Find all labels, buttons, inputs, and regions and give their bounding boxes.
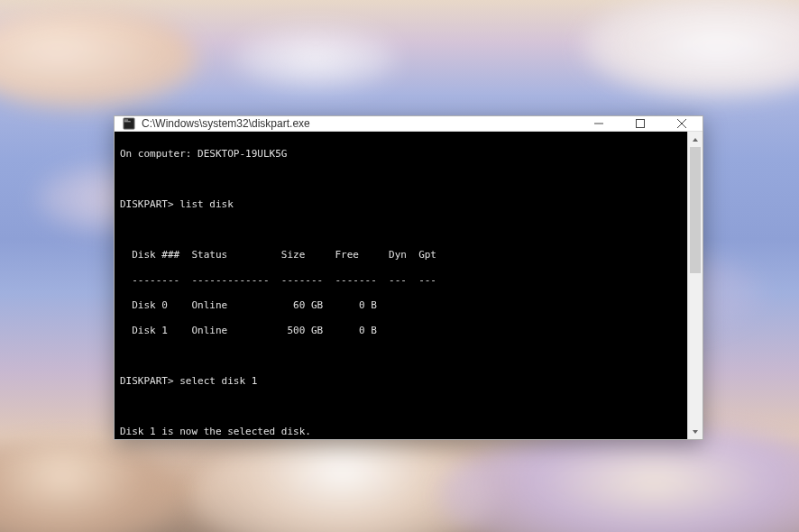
blank-line xyxy=(120,350,682,362)
computer-line: On computer: DESKTOP-19ULK5G xyxy=(120,148,682,161)
app-icon xyxy=(122,116,136,131)
prompt: DISKPART> xyxy=(120,375,174,387)
cloud-decoration xyxy=(438,424,799,532)
prompt-line: DISKPART> list disk xyxy=(120,198,682,211)
window-title: C:\Windows\system32\diskpart.exe xyxy=(142,117,310,130)
blank-line xyxy=(120,173,682,186)
app-window: C:\Windows\system32\diskpart.exe On comp… xyxy=(114,115,703,440)
select-result: Disk 1 is now the selected disk. xyxy=(120,426,682,438)
titlebar[interactable]: C:\Windows\system32\diskpart.exe xyxy=(115,116,703,132)
prompt-line: DISKPART> select disk 1 xyxy=(120,375,682,388)
svg-rect-3 xyxy=(637,120,645,128)
maximize-button[interactable] xyxy=(620,116,661,131)
command-select-disk: select disk 1 xyxy=(179,375,257,387)
command-list-disk: list disk xyxy=(179,198,234,210)
cloud-decoration xyxy=(0,9,198,108)
disk-table-header: Disk ### Status Size Free Dyn Gpt xyxy=(120,249,682,261)
cloud-decoration xyxy=(234,27,397,90)
blank-line xyxy=(120,224,682,236)
terminal-area: On computer: DESKTOP-19ULK5G DISKPART> l… xyxy=(115,132,703,439)
scroll-down-arrow-icon[interactable] xyxy=(688,424,703,439)
blank-line xyxy=(120,400,682,413)
svg-rect-2 xyxy=(124,121,131,122)
disk-row: Disk 0 Online 60 GB 0 B xyxy=(120,299,682,312)
close-button[interactable] xyxy=(661,116,703,131)
window-controls xyxy=(578,116,703,131)
minimize-button[interactable] xyxy=(578,116,620,131)
svg-rect-1 xyxy=(124,120,128,121)
disk-row: Disk 1 Online 500 GB 0 B xyxy=(120,325,682,337)
cloud-decoration xyxy=(583,0,799,99)
scroll-up-arrow-icon[interactable] xyxy=(688,132,703,147)
scroll-thumb[interactable] xyxy=(690,147,701,273)
vertical-scrollbar[interactable] xyxy=(687,132,703,439)
disk-table-divider: -------- ------------- ------- ------- -… xyxy=(120,274,682,287)
terminal-output[interactable]: On computer: DESKTOP-19ULK5G DISKPART> l… xyxy=(115,132,687,439)
prompt: DISKPART> xyxy=(120,198,174,210)
cloud-decoration xyxy=(0,442,180,532)
cloud-decoration xyxy=(189,433,496,532)
